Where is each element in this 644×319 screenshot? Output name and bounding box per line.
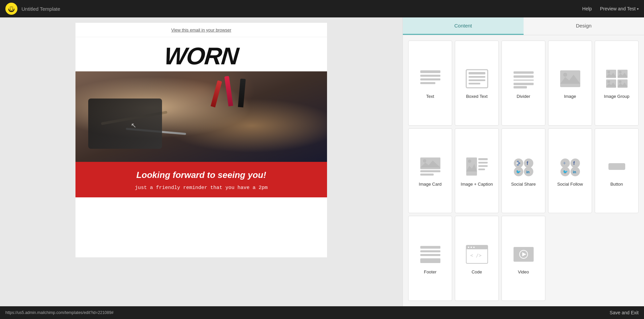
image-label: Image xyxy=(564,94,576,99)
svg-rect-46 xyxy=(478,165,488,167)
email-logo-section: WORN xyxy=(75,37,327,71)
svg-text:f: f xyxy=(573,161,575,166)
button-label: Button xyxy=(610,182,623,187)
svg-rect-40 xyxy=(420,174,434,176)
svg-point-53 xyxy=(517,161,519,162)
block-item-footer[interactable]: Footer xyxy=(408,216,452,301)
svg-text:in: in xyxy=(573,170,576,174)
svg-point-29 xyxy=(619,71,622,73)
email-preview-panel: View this email in your browser WORN ↖ xyxy=(0,17,402,306)
svg-point-32 xyxy=(607,80,610,83)
email-hero-image[interactable]: ↖ xyxy=(75,71,327,162)
right-content-panel: Content Design Text Boxed Text xyxy=(402,17,644,306)
save-exit-button[interactable]: Save and Exit xyxy=(610,310,639,315)
svg-rect-13 xyxy=(469,76,485,78)
cursor-icon: ↖ xyxy=(131,121,137,129)
brand-logo: WORN xyxy=(163,44,239,68)
svg-point-4 xyxy=(12,9,13,10)
status-url: https://us5.admin.mailchimp.com/template… xyxy=(5,310,114,315)
tab-content[interactable]: Content xyxy=(403,17,524,35)
svg-point-6 xyxy=(12,7,14,9)
svg-point-74 xyxy=(471,247,472,248)
svg-text:🐦: 🐦 xyxy=(516,169,521,174)
divider-label: Divider xyxy=(517,94,530,99)
svg-rect-12 xyxy=(469,72,485,74)
makeup-bag-icon xyxy=(88,99,162,149)
footer-label: Footer xyxy=(424,269,437,274)
view-in-browser-link[interactable]: View this email in your browser xyxy=(171,27,231,33)
svg-rect-14 xyxy=(469,79,485,81)
svg-rect-15 xyxy=(469,83,480,84)
preview-test-button[interactable]: Preview and Test ▾ xyxy=(600,6,639,11)
svg-text:f: f xyxy=(527,161,528,166)
divider-icon xyxy=(510,67,537,90)
app-title: Untitled Template xyxy=(21,6,60,12)
footer-icon xyxy=(417,243,444,266)
svg-point-43 xyxy=(468,160,471,163)
block-item-button[interactable]: Button xyxy=(595,128,639,213)
block-item-image-caption[interactable]: Image + Caption xyxy=(455,128,499,213)
svg-rect-41 xyxy=(466,157,477,176)
block-item-code[interactable]: < /> Code xyxy=(455,216,499,301)
svg-rect-44 xyxy=(478,158,488,160)
red-section-body: just a friendly reminder that you have a… xyxy=(89,184,314,192)
svg-point-3 xyxy=(10,9,11,10)
tab-design[interactable]: Design xyxy=(524,17,644,35)
image-card-icon xyxy=(417,155,444,178)
text-icon xyxy=(417,67,444,90)
code-label: Code xyxy=(472,269,482,274)
block-item-text[interactable]: Text xyxy=(408,41,452,126)
button-icon xyxy=(603,155,630,178)
svg-point-49 xyxy=(524,158,533,168)
svg-rect-10 xyxy=(420,82,435,84)
text-label: Text xyxy=(426,94,434,99)
bottom-status-bar: https://us5.admin.mailchimp.com/template… xyxy=(0,306,644,319)
svg-point-5 xyxy=(8,7,10,9)
block-item-boxed-text[interactable]: Boxed Text xyxy=(455,41,499,126)
svg-point-35 xyxy=(619,80,622,83)
svg-rect-47 xyxy=(478,169,485,170)
help-link[interactable]: Help xyxy=(582,6,592,11)
image-caption-label: Image + Caption xyxy=(461,182,493,187)
boxed-text-icon xyxy=(464,67,490,90)
svg-rect-45 xyxy=(478,162,488,164)
svg-rect-19 xyxy=(514,83,534,85)
image-icon xyxy=(557,67,584,90)
svg-point-59 xyxy=(571,158,580,168)
content-blocks-grid: Text Boxed Text Divider Image xyxy=(403,35,644,306)
top-navigation: Untitled Template Help Preview and Test … xyxy=(0,0,644,17)
email-red-section: Looking forward to seeing you! just a fr… xyxy=(75,162,327,197)
block-item-image-card[interactable]: Image Card xyxy=(408,128,452,213)
mailchimp-logo-icon xyxy=(5,3,17,15)
video-icon xyxy=(510,243,537,266)
svg-text:in: in xyxy=(526,170,530,174)
svg-rect-20 xyxy=(514,86,527,88)
email-browser-bar: View this email in your browser xyxy=(75,23,327,37)
image-card-label: Image Card xyxy=(419,182,442,187)
code-icon: < /> xyxy=(464,243,490,266)
social-share-icon: f 🐦 in xyxy=(510,155,537,178)
image-group-label: Image Group xyxy=(604,94,630,99)
block-item-social-follow[interactable]: + f 🐦 in Social Follow xyxy=(548,128,592,213)
social-share-label: Social Share xyxy=(511,182,536,187)
panel-tab-bar: Content Design xyxy=(403,17,644,35)
block-item-video[interactable]: Video xyxy=(501,216,545,301)
svg-point-52 xyxy=(518,162,520,164)
svg-rect-67 xyxy=(420,246,440,249)
block-item-social-share[interactable]: f 🐦 in Social Share xyxy=(501,128,545,213)
svg-point-73 xyxy=(468,247,469,248)
svg-rect-9 xyxy=(420,78,440,80)
svg-point-54 xyxy=(517,164,519,166)
block-item-image-group[interactable]: Image Group xyxy=(595,41,639,126)
svg-rect-16 xyxy=(514,71,534,74)
svg-rect-39 xyxy=(420,170,440,172)
block-item-image[interactable]: Image xyxy=(548,41,592,126)
svg-text:🐦: 🐦 xyxy=(563,169,568,174)
svg-rect-72 xyxy=(466,245,488,249)
svg-text:+: + xyxy=(563,160,566,166)
block-item-divider[interactable]: Divider xyxy=(501,41,545,126)
svg-rect-21 xyxy=(560,70,580,87)
preview-test-chevron-icon: ▾ xyxy=(637,7,639,11)
svg-rect-17 xyxy=(514,75,534,78)
preview-test-label: Preview and Test xyxy=(600,6,636,11)
